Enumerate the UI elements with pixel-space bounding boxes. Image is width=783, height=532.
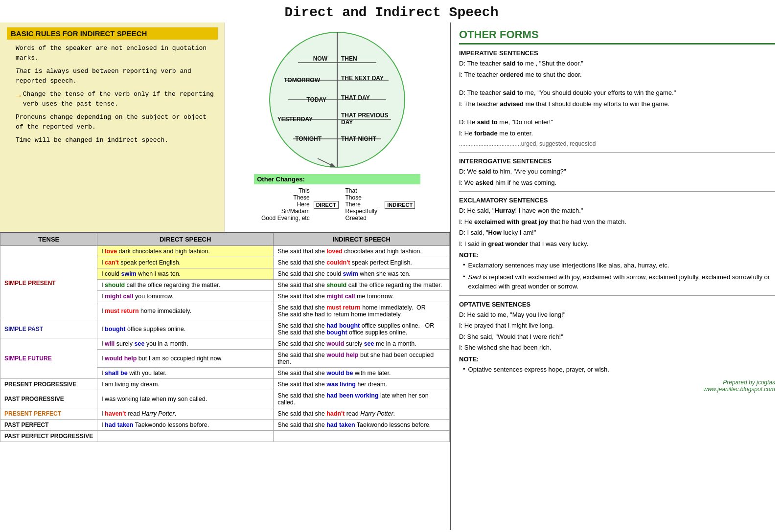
table-row: SIMPLE FUTURE I will surely see you in a… — [0, 338, 450, 350]
circle-svg: NOW TOMORROW TODAY YESTERDAY TONIGHT THE… — [259, 27, 415, 172]
indirect-cell: She said that she should call the office… — [274, 280, 450, 291]
tense-table: TENSE DIRECT SPEECH INDIRECT SPEECH SIMP… — [0, 233, 450, 442]
indirect-cell: She said that she might call me tomorrow… — [274, 291, 450, 302]
exclam-line2: I: He exclaimed with great joy that he h… — [459, 217, 775, 227]
page-title: Direct and Indirect Speech — [0, 0, 783, 22]
rule-4: Pronouns change depending on the subject… — [16, 112, 218, 132]
tense-past-perfect: PAST PERFECT — [0, 420, 97, 431]
optative-note: NOTE: Optative sentences express hope, p… — [459, 355, 775, 375]
diagram-box: NOW TOMORROW TODAY YESTERDAY TONIGHT THE… — [225, 22, 450, 232]
divider2 — [459, 191, 775, 192]
exclam-note-label: NOTE: — [459, 251, 479, 259]
other-changes-box: Other Changes: This These Here Sir/Madam… — [254, 174, 420, 222]
interrog-heading: INTERROGATIVE SENTENCES — [459, 157, 775, 165]
imp-line2: I: The teacher ordered me to shut the do… — [459, 70, 775, 80]
svg-text:THAT PREVIOUS: THAT PREVIOUS — [341, 112, 388, 119]
opt-line1: D: He said to me, "May you live long!" — [459, 310, 775, 320]
tense-past-progressive: PAST PROGRESSIVE — [0, 390, 97, 408]
svg-text:THAT DAY: THAT DAY — [341, 94, 370, 101]
exclam-note-text2: Said is replaced with exclaimed with joy… — [468, 272, 775, 291]
tense-simple-past: SIMPLE PAST — [0, 320, 97, 338]
circle-diagram: NOW TOMORROW TODAY YESTERDAY TONIGHT THE… — [259, 27, 415, 172]
svg-text:THE NEXT DAY: THE NEXT DAY — [341, 75, 384, 82]
exclam-note-text1: Exclamatory sentences may use interjecti… — [468, 261, 669, 270]
footer-credit: Prepared by jcogtas www.jeanillec.blogsp… — [459, 379, 775, 393]
tense-simple-future: SIMPLE FUTURE — [0, 338, 97, 379]
direct-cell: I might call you tomorrow. — [97, 291, 274, 302]
col-direct: DIRECT SPEECH — [97, 233, 274, 246]
top-section: BASIC RULES FOR INDIRECT SPEECH Words of… — [0, 22, 450, 233]
table-row: PRESENT PROGRESSIVE I am living my dream… — [0, 379, 450, 390]
indirect-cell: She said that she would help but she had… — [274, 350, 450, 368]
table-row: PRESENT PERFECT I haven't read Harry Pot… — [0, 408, 450, 420]
interrog-line2: I: We asked him if he was coming. — [459, 178, 775, 188]
imp-line6: I: He forbade me to enter. — [459, 129, 775, 138]
table-row: PAST PERFECT I had taken Taekwondo lesso… — [0, 420, 450, 431]
opt-line3: D: She said, "Would that I were rich!" — [459, 332, 775, 342]
col-indirect: INDIRECT SPEECH — [274, 233, 450, 246]
indirect-cell: She said that she could swim when she wa… — [274, 268, 450, 280]
imp-line5: D: He said to me, "Do not enter!" — [459, 117, 775, 127]
direct-cell — [97, 431, 274, 442]
divider1 — [459, 152, 775, 153]
rules-title: BASIC RULES FOR INDIRECT SPEECH — [7, 27, 218, 40]
optative-note-text1: Optative sentences express hope, prayer,… — [468, 365, 609, 375]
optative-heading: OPTATIVE SENTENCES — [459, 301, 775, 308]
svg-text:THAT NIGHT: THAT NIGHT — [341, 135, 376, 142]
interrog-line1: D: We said to him, "Are you coming?" — [459, 167, 775, 177]
imperative-heading: IMPERATIVE SENTENCES — [459, 49, 775, 57]
tense-present-progressive: PRESENT PROGRESSIVE — [0, 379, 97, 390]
opt-line2: I: He prayed that I might live long. — [459, 321, 775, 331]
changes-table: This These Here Sir/Madam Good Evening, … — [254, 186, 420, 222]
svg-text:THEN: THEN — [341, 55, 357, 62]
divider3 — [459, 295, 775, 296]
exclam-bullet2: Said is replaced with exclaimed with joy… — [463, 272, 775, 291]
optative-bullet1: Optative sentences express hope, prayer,… — [463, 365, 775, 375]
exclam-note: NOTE: Exclamatory sentences may use inte… — [459, 251, 775, 291]
direct-cell: I haven't read Harry Potter. — [97, 408, 274, 420]
svg-text:TOMORROW: TOMORROW — [284, 77, 320, 84]
other-forms-title: OTHER FORMS — [459, 28, 775, 44]
direct-cell: I would help but I am so occupied right … — [97, 350, 274, 368]
direct-cell: I shall be with you later. — [97, 368, 274, 379]
rule-1: Words of the speaker are not enclosed in… — [16, 44, 218, 63]
rules-box: BASIC RULES FOR INDIRECT SPEECH Words of… — [0, 22, 225, 232]
exclam-bullet1: Exclamatory sentences may use interjecti… — [463, 261, 775, 270]
exclam-heading: EXCLAMATORY SENTENCES — [459, 197, 775, 204]
direct-cell: I will surely see you in a month. — [97, 338, 274, 350]
indirect-cell: She said that she had been working late … — [274, 390, 450, 408]
col-tense: TENSE — [0, 233, 97, 246]
indirect-cell — [274, 431, 450, 442]
right-panel: OTHER FORMS IMPERATIVE SENTENCES D: The … — [450, 22, 783, 530]
table-row: PAST PROGRESSIVE I was working late when… — [0, 390, 450, 408]
indirect-cell: She said that she had bought office supp… — [274, 320, 450, 338]
svg-text:TONIGHT: TONIGHT — [295, 135, 322, 142]
indirect-cell: She said that she hadn't read Harry Pott… — [274, 408, 450, 420]
indirect-cell: She said that she would be with me later… — [274, 368, 450, 379]
direct-cell: I am living my dream. — [97, 379, 274, 390]
table-row: PAST PERFECT PROGRESSIVE — [0, 431, 450, 442]
rule-3: → Change the tense of the verb only if t… — [16, 89, 218, 109]
rule-5: Time will be changed in indirect speech. — [16, 135, 218, 145]
direct-cell: I could swim when I was ten. — [97, 268, 274, 280]
direct-cell: I bought office supplies online. — [97, 320, 274, 338]
indirect-cell: She said that she would surely see me in… — [274, 338, 450, 350]
table-row: SIMPLE PRESENT I love dark chocolates an… — [0, 246, 450, 257]
footer-line2: www.jeanillec.blogspot.com — [459, 386, 775, 393]
left-panel: BASIC RULES FOR INDIRECT SPEECH Words of… — [0, 22, 450, 530]
tense-simple-present: SIMPLE PRESENT — [0, 246, 97, 320]
optative-note-label: NOTE: — [459, 355, 479, 363]
svg-text:NOW: NOW — [313, 55, 328, 62]
imp-line4: I: The teacher advised me that I should … — [459, 99, 775, 109]
exclam-line4: I: I said in great wonder that I was ver… — [459, 239, 775, 249]
indirect-cell: She said that she couldn't speak perfect… — [274, 257, 450, 268]
imp-line1: D: The teacher said to me , "Shut the do… — [459, 59, 775, 68]
opt-line4: I: She wished she had been rich. — [459, 343, 775, 353]
imp-dotted: ......................................ur… — [459, 139, 775, 148]
exclam-line1: D: He said, "Hurray! I have won the matc… — [459, 206, 775, 216]
indirect-cell: She said that she was living her dream. — [274, 379, 450, 390]
indirect-cell: She said that she must return home immed… — [274, 302, 450, 320]
direct-cell: I should call the office regarding the m… — [97, 280, 274, 291]
tense-table-wrapper: TENSE DIRECT SPEECH INDIRECT SPEECH SIMP… — [0, 233, 450, 530]
footer-line1: Prepared by jcogtas — [459, 379, 775, 386]
